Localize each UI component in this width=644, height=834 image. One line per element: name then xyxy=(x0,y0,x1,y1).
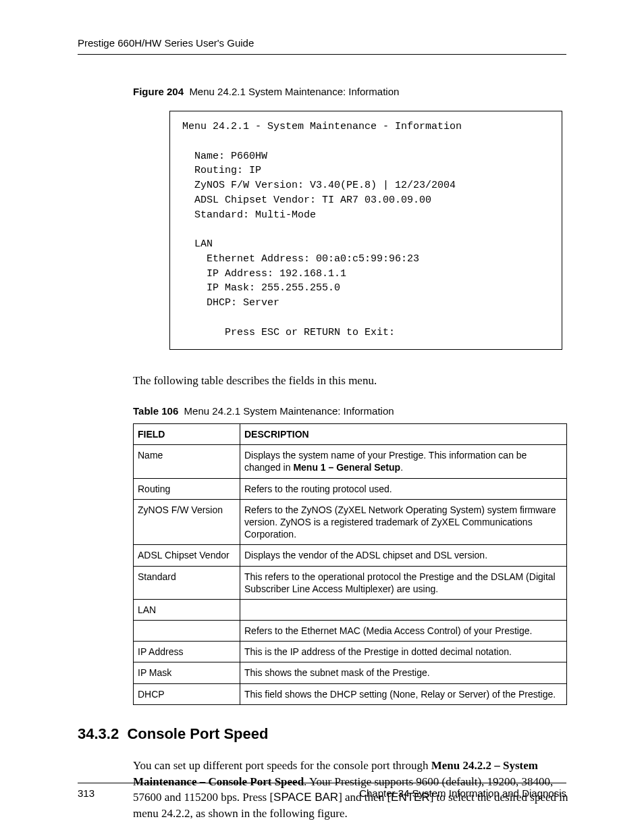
cell-desc: This field shows the DHCP setting (None,… xyxy=(240,683,567,704)
table-row: Routing Refers to the routing protocol u… xyxy=(134,478,567,499)
table-caption-text: Menu 24.2.1 System Maintenance: Informat… xyxy=(184,405,394,417)
table-label: Table 106 xyxy=(133,405,178,417)
cell-desc: Refers to the Ethernet MAC (Media Access… xyxy=(240,621,567,642)
section-heading: 34.3.2 Console Port Speed xyxy=(78,725,566,743)
chapter-label: Chapter 34 System Information and Diagno… xyxy=(359,787,566,799)
cell-desc: This is the IP address of the Prestige i… xyxy=(240,642,567,662)
table-row: DHCP This field shows the DHCP setting (… xyxy=(134,683,567,704)
table-row: IP Mask This shows the subnet mask of th… xyxy=(134,662,567,683)
cell-field: IP Address xyxy=(134,642,240,662)
figure-label: Figure 204 xyxy=(133,86,184,97)
table-row: Name Displays the system name of your Pr… xyxy=(134,445,567,478)
cell-desc xyxy=(240,599,567,620)
table-header-row: FIELD DESCRIPTION xyxy=(134,424,567,445)
table-row: IP Address This is the IP address of the… xyxy=(134,642,567,662)
table-row: Refers to the Ethernet MAC (Media Access… xyxy=(134,621,567,642)
section-title: Console Port Speed xyxy=(127,725,268,742)
page-footer: 313 Chapter 34 System Information and Di… xyxy=(78,783,566,799)
cell-desc: Refers to the ZyNOS (ZyXEL Network Opera… xyxy=(240,499,567,545)
table-caption: Table 106 Menu 24.2.1 System Maintenance… xyxy=(133,405,566,417)
cell-field xyxy=(134,621,240,642)
table-row: ZyNOS F/W Version Refers to the ZyNOS (Z… xyxy=(134,499,567,545)
running-header: Prestige 660H/HW Series User's Guide xyxy=(78,37,566,55)
cell-desc: This refers to the operational protocol … xyxy=(240,566,567,599)
cell-field: ADSL Chipset Vendor xyxy=(134,545,240,566)
figure-caption-text: Menu 24.2.1 System Maintenance: Informat… xyxy=(189,86,399,97)
section-number: 34.3.2 xyxy=(78,725,119,742)
cell-field: LAN xyxy=(134,599,240,620)
cell-field: ZyNOS F/W Version xyxy=(134,499,240,545)
figure-caption: Figure 204 Menu 24.2.1 System Maintenanc… xyxy=(133,86,566,97)
cell-field: Routing xyxy=(134,478,240,499)
info-table: FIELD DESCRIPTION Name Displays the syst… xyxy=(133,423,567,705)
cell-field: DHCP xyxy=(134,683,240,704)
cell-field: Name xyxy=(134,445,240,478)
table-row: LAN xyxy=(134,599,567,620)
cell-desc: This shows the subnet mask of the Presti… xyxy=(240,662,567,683)
cell-desc: Displays the vendor of the ADSL chipset … xyxy=(240,545,567,566)
page-number: 313 xyxy=(78,787,95,799)
cell-desc: Refers to the routing protocol used. xyxy=(240,478,567,499)
cell-desc: Displays the system name of your Prestig… xyxy=(240,445,567,478)
intro-paragraph: The following table describes the fields… xyxy=(133,373,566,389)
terminal-output: Menu 24.2.1 - System Maintenance - Infor… xyxy=(169,111,562,350)
cell-field: IP Mask xyxy=(134,662,240,683)
th-field: FIELD xyxy=(134,424,240,445)
table-row: Standard This refers to the operational … xyxy=(134,566,567,599)
th-description: DESCRIPTION xyxy=(240,424,567,445)
table-row: ADSL Chipset Vendor Displays the vendor … xyxy=(134,545,567,566)
cell-field: Standard xyxy=(134,566,240,599)
